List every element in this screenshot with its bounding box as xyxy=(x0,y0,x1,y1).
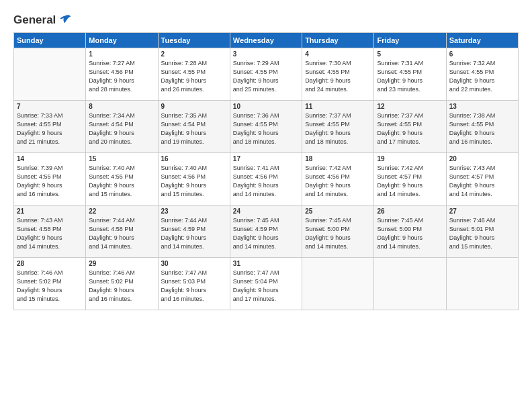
calendar-week-5: 28Sunrise: 7:46 AMSunset: 5:02 PMDayligh… xyxy=(14,258,519,310)
info-line: Sunrise: 7:32 AM xyxy=(449,60,496,66)
info-line: and 18 minutes. xyxy=(233,138,276,145)
cell-info: Sunrise: 7:46 AMSunset: 5:02 PMDaylight:… xyxy=(89,269,154,304)
info-line: and 28 minutes. xyxy=(89,86,132,93)
info-line: Sunrise: 7:40 AM xyxy=(161,165,208,171)
cell-info: Sunrise: 7:42 AMSunset: 4:56 PMDaylight:… xyxy=(305,164,371,199)
calendar-cell: 24Sunrise: 7:45 AMSunset: 4:59 PMDayligh… xyxy=(230,205,302,258)
day-number: 2 xyxy=(161,50,227,58)
info-line: Sunrise: 7:27 AM xyxy=(89,60,135,66)
day-number: 12 xyxy=(377,103,443,110)
info-line: and 14 minutes. xyxy=(377,191,420,197)
calendar-cell: 18Sunrise: 7:42 AMSunset: 4:56 PMDayligh… xyxy=(302,153,374,205)
cell-info: Sunrise: 7:47 AMSunset: 5:03 PMDaylight:… xyxy=(161,269,227,304)
calendar-cell: 5Sunrise: 7:31 AMSunset: 4:55 PMDaylight… xyxy=(374,48,446,101)
info-line: and 26 minutes. xyxy=(161,86,204,93)
info-line: Sunset: 5:02 PM xyxy=(17,278,62,285)
calendar-cell: 29Sunrise: 7:46 AMSunset: 5:02 PMDayligh… xyxy=(86,258,158,310)
info-line: Daylight: 9 hours xyxy=(161,77,207,84)
info-line: Sunrise: 7:28 AM xyxy=(161,60,208,66)
cell-info: Sunrise: 7:33 AMSunset: 4:55 PMDaylight:… xyxy=(17,111,83,146)
info-line: Sunset: 5:00 PM xyxy=(305,226,350,232)
day-number: 28 xyxy=(17,260,83,267)
info-line: Daylight: 9 hours xyxy=(233,77,279,84)
info-line: Daylight: 9 hours xyxy=(233,234,279,241)
calendar-cell: 1Sunrise: 7:27 AMSunset: 4:56 PMDaylight… xyxy=(86,48,158,101)
info-line: and 14 minutes. xyxy=(89,243,132,250)
day-number: 18 xyxy=(305,155,371,163)
day-number: 31 xyxy=(233,260,299,267)
cell-info: Sunrise: 7:44 AMSunset: 4:59 PMDaylight:… xyxy=(161,216,227,251)
info-line: Sunrise: 7:45 AM xyxy=(377,217,423,224)
info-line: Daylight: 9 hours xyxy=(89,287,134,293)
info-line: and 14 minutes. xyxy=(233,243,276,250)
info-line: Sunset: 4:57 PM xyxy=(449,173,494,180)
calendar-cell: 20Sunrise: 7:43 AMSunset: 4:57 PMDayligh… xyxy=(446,153,518,205)
info-line: Sunset: 4:56 PM xyxy=(305,173,350,180)
calendar-cell: 16Sunrise: 7:40 AMSunset: 4:56 PMDayligh… xyxy=(158,153,230,205)
info-line: Sunrise: 7:47 AM xyxy=(161,269,208,276)
info-line: and 16 minutes. xyxy=(89,295,132,302)
info-line: Daylight: 9 hours xyxy=(449,130,495,136)
info-line: Sunrise: 7:33 AM xyxy=(17,112,63,119)
info-line: Sunset: 5:04 PM xyxy=(233,278,278,285)
calendar-cell: 12Sunrise: 7:37 AMSunset: 4:55 PMDayligh… xyxy=(374,101,446,153)
calendar-cell: 23Sunrise: 7:44 AMSunset: 4:59 PMDayligh… xyxy=(158,205,230,258)
calendar-cell: 11Sunrise: 7:37 AMSunset: 4:55 PMDayligh… xyxy=(302,101,374,153)
info-line: Sunrise: 7:43 AM xyxy=(449,165,496,171)
calendar-cell xyxy=(446,258,518,310)
info-line: Daylight: 9 hours xyxy=(89,130,134,136)
info-line: and 15 minutes. xyxy=(89,191,132,197)
info-line: Daylight: 9 hours xyxy=(161,182,207,189)
info-line: Daylight: 9 hours xyxy=(17,234,62,241)
day-number: 17 xyxy=(233,155,299,163)
cell-info: Sunrise: 7:34 AMSunset: 4:54 PMDaylight:… xyxy=(89,111,154,146)
info-line: Sunrise: 7:37 AM xyxy=(305,112,351,119)
cell-info: Sunrise: 7:47 AMSunset: 5:04 PMDaylight:… xyxy=(233,269,299,304)
calendar-week-2: 7Sunrise: 7:33 AMSunset: 4:55 PMDaylight… xyxy=(14,101,519,153)
info-line: Sunrise: 7:35 AM xyxy=(161,112,208,119)
cell-info: Sunrise: 7:37 AMSunset: 4:55 PMDaylight:… xyxy=(377,111,443,146)
cell-info: Sunrise: 7:45 AMSunset: 4:59 PMDaylight:… xyxy=(233,216,299,251)
calendar-week-1: 1Sunrise: 7:27 AMSunset: 4:56 PMDaylight… xyxy=(14,48,519,101)
day-header-saturday: Saturday xyxy=(446,33,518,48)
info-line: and 15 minutes. xyxy=(449,243,492,250)
calendar-cell: 25Sunrise: 7:45 AMSunset: 5:00 PMDayligh… xyxy=(302,205,374,258)
info-line: Sunset: 4:56 PM xyxy=(89,68,134,75)
day-number: 23 xyxy=(161,208,227,215)
info-line: Sunset: 4:58 PM xyxy=(89,226,134,232)
info-line: Sunset: 4:55 PM xyxy=(233,121,278,128)
info-line: Sunrise: 7:46 AM xyxy=(449,217,496,224)
info-line: and 21 minutes. xyxy=(17,138,60,145)
calendar-cell: 31Sunrise: 7:47 AMSunset: 5:04 PMDayligh… xyxy=(230,258,302,310)
info-line: and 14 minutes. xyxy=(305,243,348,250)
info-line: and 14 minutes. xyxy=(17,243,60,250)
cell-info: Sunrise: 7:29 AMSunset: 4:55 PMDaylight:… xyxy=(233,59,299,94)
calendar-cell: 6Sunrise: 7:32 AMSunset: 4:55 PMDaylight… xyxy=(446,48,518,101)
cell-info: Sunrise: 7:40 AMSunset: 4:56 PMDaylight:… xyxy=(161,164,227,199)
calendar-cell: 22Sunrise: 7:44 AMSunset: 4:58 PMDayligh… xyxy=(86,205,158,258)
info-line: Sunset: 4:54 PM xyxy=(161,121,206,128)
info-line: and 16 minutes. xyxy=(161,295,204,302)
info-line: Daylight: 9 hours xyxy=(89,234,134,241)
info-line: Daylight: 9 hours xyxy=(161,287,207,293)
calendar-cell: 21Sunrise: 7:43 AMSunset: 4:58 PMDayligh… xyxy=(14,205,86,258)
info-line: Sunset: 5:03 PM xyxy=(161,278,206,285)
info-line: and 20 minutes. xyxy=(89,138,132,145)
info-line: Sunset: 5:01 PM xyxy=(449,226,494,232)
info-line: Sunset: 4:54 PM xyxy=(89,121,134,128)
cell-info: Sunrise: 7:46 AMSunset: 5:01 PMDaylight:… xyxy=(449,216,515,251)
day-number: 22 xyxy=(89,208,154,215)
day-number: 10 xyxy=(233,103,299,110)
info-line: and 15 minutes. xyxy=(161,191,204,197)
info-line: Daylight: 9 hours xyxy=(17,287,62,293)
day-header-monday: Monday xyxy=(86,33,158,48)
info-line: Sunrise: 7:29 AM xyxy=(233,60,279,66)
info-line: and 24 minutes. xyxy=(305,86,348,93)
info-line: Sunrise: 7:36 AM xyxy=(233,112,279,119)
cell-info: Sunrise: 7:45 AMSunset: 5:00 PMDaylight:… xyxy=(377,216,443,251)
calendar-cell: 17Sunrise: 7:41 AMSunset: 4:56 PMDayligh… xyxy=(230,153,302,205)
day-number: 19 xyxy=(377,155,443,163)
calendar-week-4: 21Sunrise: 7:43 AMSunset: 4:58 PMDayligh… xyxy=(14,205,519,258)
day-header-sunday: Sunday xyxy=(14,33,86,48)
info-line: Daylight: 9 hours xyxy=(377,182,423,189)
